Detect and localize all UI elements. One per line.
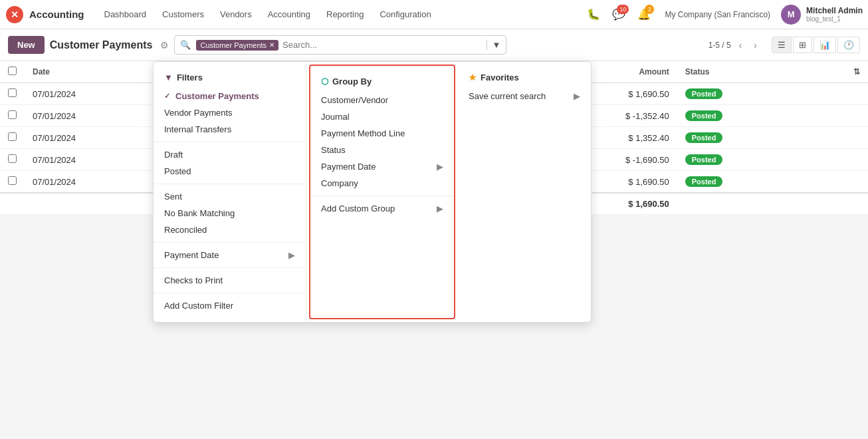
search-filter-label: Customer Payments: [200, 41, 267, 49]
nav-customers[interactable]: Customers: [156, 7, 211, 22]
sub-header: New Customer Payments ⚙ 🔍 Customer Payme…: [0, 29, 868, 61]
svg-text:✕: ✕: [11, 9, 19, 20]
nav-vendors[interactable]: Vendors: [213, 7, 259, 22]
user-info: Mitchell Admin blog_test_1: [806, 6, 863, 23]
new-button[interactable]: New: [8, 36, 45, 54]
filter-posted[interactable]: Posted: [154, 163, 306, 180]
prev-page-button[interactable]: ‹: [735, 38, 746, 53]
col-status: Status ⇅: [677, 61, 868, 83]
groupby-customer-vendor[interactable]: Customer/Vendor: [310, 92, 454, 108]
groupby-label: Group By: [332, 76, 372, 86]
row-status: Posted: [677, 105, 868, 127]
chart-view-button[interactable]: 📊: [814, 37, 836, 53]
list-view-button[interactable]: ☰: [772, 37, 792, 53]
next-page-button[interactable]: ›: [750, 38, 761, 53]
filter-draft[interactable]: Draft: [154, 146, 306, 163]
row-status: Posted: [677, 127, 868, 149]
search-dropdown-button[interactable]: ▼: [487, 40, 506, 50]
search-filter-tag: Customer Payments ✕: [196, 40, 278, 51]
row-status: Posted: [677, 171, 868, 194]
filter-no-bank-matching[interactable]: No Bank Matching: [154, 205, 306, 215]
row-status: Posted: [677, 83, 868, 105]
kanban-view-button[interactable]: ⊞: [793, 37, 812, 53]
filters-title: ▼ Filters: [154, 70, 306, 88]
bug-icon[interactable]: 🐛: [584, 5, 603, 25]
search-filter-remove[interactable]: ✕: [269, 41, 274, 49]
nav-dashboard[interactable]: Dashboard: [98, 7, 154, 22]
star-icon: ★: [469, 73, 477, 82]
filter-customer-payments[interactable]: Customer Payments: [154, 88, 306, 104]
avatar[interactable]: M: [781, 5, 801, 25]
settings-icon[interactable]: ⚙: [160, 40, 169, 51]
nav-reporting[interactable]: Reporting: [320, 7, 370, 22]
groupby-add-custom[interactable]: Add Custom Group ▶: [310, 200, 454, 215]
nav-icons: 🐛 💬 10 🔔 2 My Company (San Francisco) M …: [584, 5, 863, 25]
filter-vendor-payments[interactable]: Vendor Payments: [154, 104, 306, 121]
row-checkbox[interactable]: [8, 154, 17, 163]
groupby-payment-date[interactable]: Payment Date▶: [310, 158, 454, 175]
row-checkbox[interactable]: [8, 176, 17, 185]
nav-accounting[interactable]: Accounting: [261, 7, 317, 22]
chat-badge: 10: [617, 5, 629, 14]
nav-configuration[interactable]: Configuration: [373, 7, 437, 22]
user-sub: blog_test_1: [806, 15, 863, 23]
app-brand: Accounting: [29, 9, 84, 20]
clock-view-button[interactable]: 🕐: [837, 37, 860, 53]
favorites-title: ★ Favorites: [458, 70, 591, 88]
select-all-checkbox[interactable]: [8, 67, 17, 75]
app-logo[interactable]: ✕: [5, 5, 24, 24]
pagination-label: 1-5 / 5: [708, 41, 731, 50]
row-checkbox[interactable]: [8, 88, 17, 97]
company-name: My Company (San Francisco): [665, 10, 770, 19]
filter-sent[interactable]: Sent: [154, 188, 306, 205]
groupby-title: ⬡ Group By: [310, 74, 454, 92]
filters-panel: ▼ Filters Customer Payments Vendor Payme…: [154, 62, 306, 215]
filter-internal-transfers[interactable]: Internal Transfers: [154, 121, 306, 138]
groupby-company[interactable]: Company: [310, 175, 454, 192]
search-input[interactable]: [278, 37, 486, 53]
search-bar: 🔍 Customer Payments ✕ ▼: [174, 35, 506, 55]
row-status: Posted: [677, 149, 868, 171]
view-buttons: ☰ ⊞ 📊 🕐: [772, 37, 860, 53]
user-name: Mitchell Admin: [806, 6, 863, 15]
filters-label: Filters: [177, 73, 203, 82]
search-icon: 🔍: [175, 36, 196, 54]
company-info: My Company (San Francisco): [659, 10, 776, 19]
chat-icon[interactable]: 💬 10: [609, 5, 629, 25]
groupby-journal[interactable]: Journal: [310, 108, 454, 125]
groupby-payment-method-line[interactable]: Payment Method Line: [310, 125, 454, 142]
groupby-status[interactable]: Status: [310, 142, 454, 158]
row-checkbox[interactable]: [8, 110, 17, 119]
top-navigation: ✕ Accounting Dashboard Customers Vendors…: [0, 0, 868, 29]
alert-icon[interactable]: 🔔 2: [634, 5, 654, 25]
groupby-panel: ⬡ Group By Customer/Vendor Journal Payme…: [309, 65, 455, 215]
page-title: Customer Payments: [50, 39, 153, 51]
fav-save-search[interactable]: Save current search ▶: [458, 88, 591, 104]
favorites-label: Favorites: [481, 73, 519, 82]
pagination: 1-5 / 5 ‹ ›: [708, 38, 761, 53]
groupby-icon: ⬡: [321, 76, 328, 86]
filter-icon: ▼: [164, 73, 173, 82]
alert-badge: 2: [645, 5, 654, 14]
search-dropdown-panel: ▼ Filters Customer Payments Vendor Payme…: [153, 61, 592, 215]
favorites-panel: ★ Favorites Save current search ▶: [458, 62, 591, 215]
sort-icon[interactable]: ⇅: [853, 67, 860, 76]
row-checkbox[interactable]: [8, 132, 17, 141]
